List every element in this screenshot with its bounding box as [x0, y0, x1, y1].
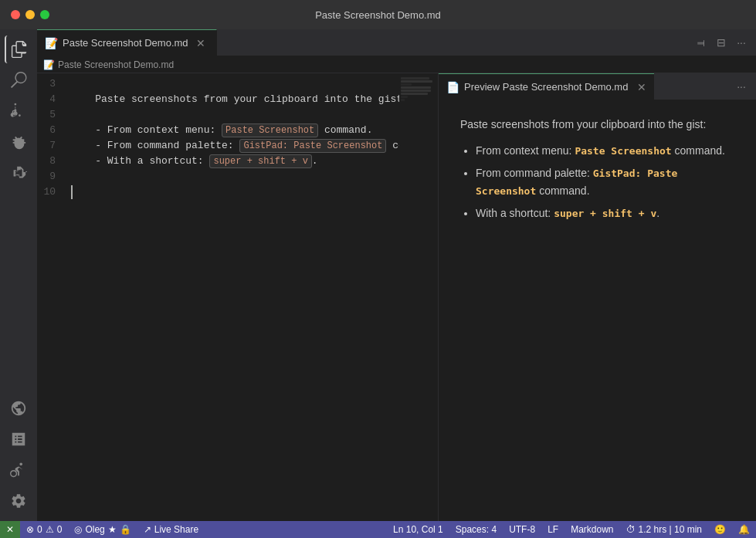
- preview-list: From context menu: Paste Screenshot comm…: [476, 142, 734, 222]
- user-icon: ◎: [74, 524, 82, 535]
- preview-panel: 📄 Preview Paste Screenshot Demo.md ✕ ···…: [439, 73, 756, 521]
- language-text: Markdown: [571, 524, 613, 535]
- titlebar-title: Paste Screenshot Demo.md: [315, 9, 441, 21]
- emoji-icon: 🙂: [714, 524, 726, 535]
- statusbar-encoding[interactable]: UTF-8: [503, 521, 541, 538]
- warning-icon: ⚠: [46, 524, 54, 535]
- statusbar-line-ending[interactable]: LF: [541, 521, 564, 538]
- preview-item-3-kbd: super + shift + v: [554, 208, 656, 219]
- close-button[interactable]: [11, 10, 20, 19]
- sidebar-item-notebook[interactable]: [5, 425, 32, 453]
- sidebar-item-files[interactable]: [5, 36, 32, 63]
- statusbar-user[interactable]: ◎ Oleg ★ 🔒: [68, 521, 137, 538]
- statusbar-right: Ln 10, Col 1 Spaces: 4 UTF-8 LF Markdown…: [387, 521, 756, 538]
- statusbar-liveshare[interactable]: ↗ Live Share: [137, 521, 205, 538]
- preview-tab-close[interactable]: ✕: [637, 81, 646, 93]
- user-name: Oleg: [85, 524, 104, 535]
- code-lines: Paste screenshots from your clipboard in…: [68, 73, 399, 521]
- active-tab[interactable]: 📝 Paste Screenshot Demo.md ✕: [37, 29, 217, 56]
- spaces-text: Spaces: 4: [456, 524, 497, 535]
- minimize-button[interactable]: [25, 10, 35, 19]
- sidebar-item-debug[interactable]: [5, 128, 32, 156]
- tabs-actions: ⫤ ⊟ ···: [687, 29, 756, 56]
- preview-item-1-kbd: Paste Screenshot: [575, 145, 671, 157]
- activity-bar: [0, 29, 37, 521]
- statusbar-errors[interactable]: ⊗ 0 ⚠ 0: [20, 521, 68, 538]
- warning-count: 0: [57, 524, 63, 535]
- sidebar-item-search[interactable]: [5, 66, 32, 94]
- inline-code-2: GistPad: Paste Screenshot: [239, 139, 386, 153]
- more-actions-button[interactable]: ···: [733, 34, 750, 51]
- toggle-layout-button[interactable]: ⊟: [713, 34, 730, 51]
- titlebar: Paste Screenshot Demo.md: [0, 0, 756, 29]
- settings-icon[interactable]: [5, 487, 32, 515]
- position-text: Ln 10, Col 1: [393, 524, 443, 535]
- liveshare-icon: ↗: [144, 524, 151, 535]
- code-content: 3 4 5 6 7 8 9 10 Paste screenshots from …: [37, 73, 438, 521]
- line-numbers: 3 4 5 6 7 8 9 10: [37, 73, 68, 521]
- line-ending-text: LF: [548, 524, 558, 535]
- active-tab-label: Paste Screenshot Demo.md: [63, 37, 188, 49]
- code-line-6: - From context menu: Paste Screenshot co…: [68, 123, 399, 138]
- code-line-5: [68, 107, 399, 123]
- preview-item-1-prefix: From context menu:: [476, 144, 575, 157]
- tabs-bar: 📝 Paste Screenshot Demo.md ✕ ⫤ ⊟ ···: [37, 29, 756, 56]
- editor-panels: 3 4 5 6 7 8 9 10 Paste screenshots from …: [37, 73, 756, 521]
- main-layout: 📝 Paste Screenshot Demo.md ✕ ⫤ ⊟ ··· 📝 P…: [0, 29, 756, 521]
- breadcrumb-text: Paste Screenshot Demo.md: [58, 59, 174, 70]
- inline-code-1: Paste Screenshot: [222, 124, 318, 137]
- preview-tab-label: Preview Paste Screenshot Demo.md: [464, 81, 628, 93]
- preview-item-3: With a shortcut: super + shift + v.: [476, 205, 734, 222]
- sidebar-item-remote[interactable]: [5, 394, 32, 422]
- code-line-3: [68, 76, 399, 92]
- preview-content: Paste screenshots from your clipboard in…: [439, 100, 756, 521]
- bell-icon: 🔔: [738, 524, 750, 535]
- preview-item-2-suffix: command.: [536, 184, 589, 197]
- inline-code-3: super + shift + v: [209, 154, 311, 168]
- encoding-text: UTF-8: [509, 524, 535, 535]
- preview-file-icon: 📄: [446, 81, 459, 93]
- code-line-10: [68, 184, 399, 200]
- error-icon: ⊗: [26, 524, 34, 535]
- sidebar-item-source-control[interactable]: [5, 97, 32, 125]
- preview-item-3-suffix: .: [656, 207, 659, 219]
- sidebar-item-extensions[interactable]: [5, 159, 32, 187]
- preview-item-1: From context menu: Paste Screenshot comm…: [476, 142, 734, 160]
- preview-more-actions[interactable]: ···: [733, 78, 750, 95]
- statusbar-left: ⊗ 0 ⚠ 0 ◎ Oleg ★ 🔒 ↗ Live Share: [20, 521, 205, 538]
- preview-tab-actions: ···: [727, 73, 756, 100]
- code-editor[interactable]: 3 4 5 6 7 8 9 10 Paste screenshots from …: [37, 73, 439, 521]
- error-count: 0: [37, 524, 42, 535]
- code-line-4: Paste screenshots from your clipboard in…: [68, 92, 399, 107]
- statusbar-spaces[interactable]: Spaces: 4: [449, 521, 503, 538]
- statusbar: ✕ ⊗ 0 ⚠ 0 ◎ Oleg ★ 🔒 ↗ Live Share Ln 10,…: [0, 521, 756, 538]
- statusbar-language[interactable]: Markdown: [564, 521, 619, 538]
- time-text: 1.2 hrs | 10 min: [639, 524, 703, 535]
- statusbar-emoji[interactable]: 🙂: [708, 521, 732, 538]
- statusbar-bell[interactable]: 🔔: [732, 521, 756, 538]
- statusbar-x[interactable]: ✕: [0, 521, 20, 538]
- sidebar-item-gistpad[interactable]: [5, 456, 32, 484]
- breadcrumb: 📝 Paste Screenshot Demo.md: [37, 56, 756, 73]
- statusbar-time[interactable]: ⏱ 1.2 hrs | 10 min: [620, 521, 709, 538]
- code-line-8: - With a shortcut: super + shift + v.: [68, 154, 399, 169]
- maximize-button[interactable]: [40, 10, 49, 19]
- minimap: [399, 73, 438, 521]
- statusbar-position[interactable]: Ln 10, Col 1: [387, 521, 449, 538]
- preview-tab[interactable]: 📄 Preview Paste Screenshot Demo.md ✕: [439, 73, 654, 100]
- clock-icon: ⏱: [626, 524, 636, 535]
- window-controls: [11, 10, 49, 19]
- tab-close-button[interactable]: ✕: [193, 36, 208, 51]
- preview-tabs: 📄 Preview Paste Screenshot Demo.md ✕ ···: [439, 73, 756, 100]
- tab-file-icon: 📝: [45, 37, 58, 49]
- preview-item-2: From command palette: GistPad: Paste Scr…: [476, 164, 734, 200]
- breadcrumb-file-icon: 📝: [43, 59, 55, 70]
- statusbar-x-label: ✕: [6, 524, 14, 535]
- preview-item-2-prefix: From command palette:: [476, 167, 593, 179]
- preview-intro: Paste screenshots from your clipboard in…: [460, 116, 734, 133]
- activity-bar-bottom: [5, 394, 32, 521]
- star-icon: ★: [108, 524, 117, 535]
- split-editor-button[interactable]: ⫤: [693, 34, 710, 51]
- editor-area: 📝 Paste Screenshot Demo.md ✕ ⫤ ⊟ ··· 📝 P…: [37, 29, 756, 521]
- code-line-7: - From command palette: GistPad: Paste S…: [68, 138, 399, 154]
